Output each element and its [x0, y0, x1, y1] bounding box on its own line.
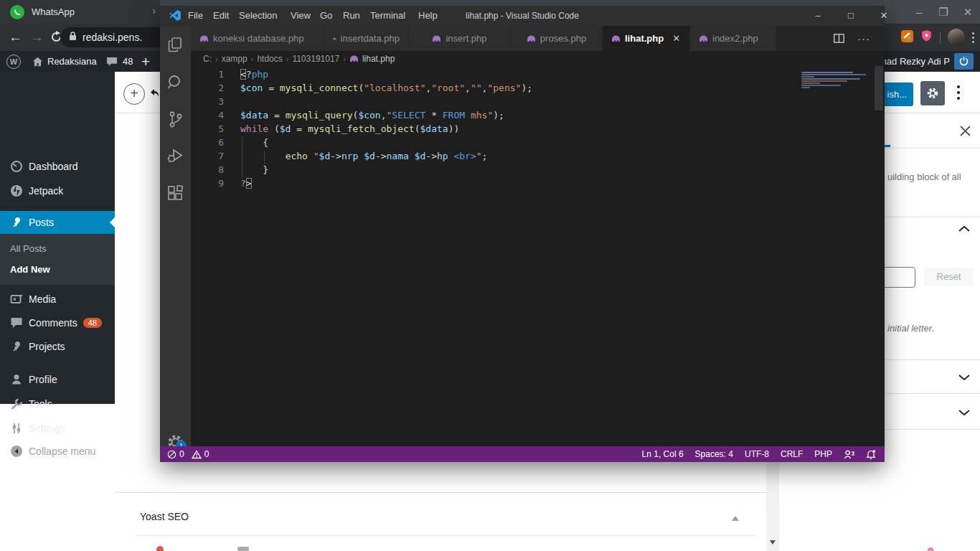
wrench-icon: [10, 397, 23, 410]
editor-scrollbar[interactable]: [875, 66, 883, 110]
vscode-minimize-button[interactable]: –: [801, 6, 834, 26]
wp-logo[interactable]: W: [6, 51, 21, 72]
jetpack-icon: [10, 184, 23, 197]
sidebar-item-comments[interactable]: Comments 48: [0, 311, 115, 335]
eol-sequence[interactable]: CRLF: [781, 449, 803, 459]
forward-button[interactable]: →: [30, 24, 44, 51]
status-dot-icon: [928, 547, 933, 551]
chevron-down-icon: [958, 374, 970, 381]
editor-more-actions-icon[interactable]: ···: [857, 32, 870, 44]
vscode-maximize-button[interactable]: □: [834, 6, 867, 26]
logout-button[interactable]: [954, 53, 974, 70]
vscode-close-button[interactable]: ✕: [867, 6, 900, 26]
source-control-icon[interactable]: [166, 110, 184, 128]
scroll-down-arrow-icon[interactable]: [770, 540, 776, 547]
settings-toggle-button[interactable]: [920, 81, 945, 105]
submenu-item-all-posts[interactable]: All Posts: [10, 243, 47, 254]
site-menu[interactable]: Redaksiana: [32, 51, 97, 72]
minimap[interactable]: [801, 72, 872, 93]
whatsapp-titlebar: WhatsApp ›: [0, 0, 160, 24]
sidebar-item-projects[interactable]: Projects: [0, 334, 115, 359]
tab-insertdata[interactable]: insertdata.php: [324, 26, 409, 51]
search-icon[interactable]: [166, 73, 184, 91]
tab-koneksi-database[interactable]: koneksi database.php: [191, 26, 324, 51]
chevron-right-icon[interactable]: ›: [152, 5, 156, 17]
submenu-item-add-new[interactable]: Add New: [10, 264, 50, 275]
editor-more-menu-icon[interactable]: [957, 85, 960, 100]
reset-button[interactable]: Reset: [924, 268, 974, 286]
close-icon: [959, 125, 971, 137]
comments-shortcut[interactable]: 48: [106, 51, 133, 72]
shield-extension-icon[interactable]: [920, 29, 933, 45]
indentation[interactable]: Spaces: 4: [695, 449, 733, 459]
new-content-button[interactable]: +: [141, 51, 150, 72]
collapse-menu-button[interactable]: Collapse menu: [0, 439, 115, 463]
vscode-titlebar: File Edit Selection View Go Run Terminal…: [160, 6, 885, 26]
extensions-icon[interactable]: [166, 185, 184, 203]
whatsapp-icon: [10, 5, 24, 19]
browser-restore-button[interactable]: ❐: [931, 0, 956, 24]
browser-close-button[interactable]: ✕: [956, 0, 980, 24]
php-file-icon: [349, 55, 359, 62]
language-mode[interactable]: PHP: [814, 449, 832, 459]
active-menu-arrow: [105, 217, 115, 227]
sidebar-item-tools[interactable]: Tools: [0, 392, 115, 416]
explorer-icon[interactable]: [166, 36, 184, 54]
problems-indicator[interactable]: 0 0: [167, 446, 209, 462]
vscode-tab-bar: koneksi database.php insertdata.php inse…: [191, 26, 885, 51]
gear-icon: [926, 87, 939, 100]
panel-expand-button[interactable]: [958, 371, 970, 384]
run-debug-icon[interactable]: [166, 147, 184, 165]
sidebar-item-jetpack[interactable]: Jetpack: [0, 179, 115, 203]
user-display-name: nmad Rezky Adi P: [874, 56, 950, 67]
active-tab-underline: [885, 145, 890, 147]
sidebar-item-media[interactable]: Media: [0, 287, 115, 311]
comments-count-badge: 48: [83, 318, 102, 328]
tab-insert[interactable]: insert.php: [409, 26, 511, 51]
panel-expand-button[interactable]: [958, 406, 970, 419]
block-inserter-button[interactable]: +: [123, 83, 145, 105]
undo-icon[interactable]: [149, 88, 160, 100]
split-editor-icon[interactable]: [834, 34, 844, 43]
dropcap-description-text: initial letter.: [887, 323, 934, 334]
error-icon: [167, 450, 176, 459]
breadcrumb[interactable]: C:› xampp› htdocs› 1103191017› lihat.php: [191, 51, 885, 66]
whatsapp-title: WhatsApp: [32, 6, 75, 17]
browser-minimize-button[interactable]: –: [907, 0, 931, 24]
close-settings-button[interactable]: [959, 125, 971, 140]
sidebar-item-posts[interactable]: Posts: [0, 211, 115, 234]
toolbar-divider: [940, 32, 941, 44]
code-editor[interactable]: 1<?php 2$con = mysqli_connect("localhost…: [191, 66, 885, 446]
php-file-icon: [611, 35, 621, 42]
chevron-down-icon: [958, 409, 970, 416]
encoding[interactable]: UTF-8: [745, 449, 769, 459]
url-text: redaksi.pens.: [83, 32, 142, 43]
notifications-bell-icon[interactable]: [866, 449, 876, 459]
content-scrollbar[interactable]: [766, 462, 779, 551]
posts-submenu: All Posts Add New: [0, 234, 115, 285]
sidebar-item-dashboard[interactable]: Dashboard: [0, 154, 115, 179]
tab-lihat[interactable]: lihat.php ✕: [603, 26, 690, 51]
panel-collapse-button[interactable]: [958, 222, 970, 235]
back-button[interactable]: ←: [9, 24, 22, 51]
extension-icon[interactable]: [901, 30, 913, 45]
metabox-toggle-icon[interactable]: [732, 512, 739, 521]
plus-icon: +: [141, 53, 150, 70]
browser-menu-icon[interactable]: [972, 32, 974, 43]
admin-comment-count: 48: [123, 56, 133, 67]
browser-profile-avatar[interactable]: [948, 29, 965, 46]
php-file-icon: [527, 35, 536, 42]
dashboard-icon: [10, 160, 23, 173]
pushpin-icon: [10, 340, 23, 353]
tab-close-icon[interactable]: ✕: [672, 33, 680, 44]
tab-index2[interactable]: index2.php: [690, 26, 776, 51]
sidebar-item-profile[interactable]: Profile: [0, 367, 115, 392]
pushpin-icon: [10, 216, 23, 229]
cursor-position[interactable]: Ln 1, Col 6: [642, 449, 684, 459]
feedback-icon[interactable]: [844, 450, 854, 459]
sidebar-item-settings[interactable]: Settings: [0, 416, 115, 441]
yoast-seo-metabox-title: Yoast SEO: [140, 511, 189, 522]
tab-proses[interactable]: proses.php: [511, 26, 603, 51]
php-file-icon: [199, 35, 209, 42]
account-menu[interactable]: nmad Rezky Adi P: [874, 51, 950, 72]
